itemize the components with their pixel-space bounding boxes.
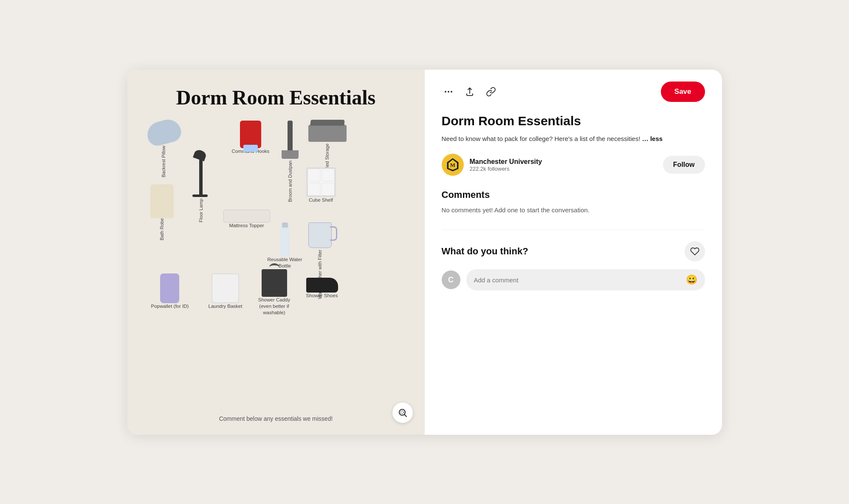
author-followers: 222.2k followers: [470, 166, 657, 172]
list-item: Laundry Basket: [209, 273, 243, 310]
pin-main-title: Dorm Room Essentials: [143, 87, 409, 109]
svg-point-5: [451, 91, 452, 93]
list-item: Broom and Dustpan: [287, 121, 293, 202]
what-think-section: What do you think? C 😀: [442, 241, 705, 290]
pillow-icon: [144, 117, 183, 148]
what-think-row: What do you think?: [442, 241, 705, 262]
robe-icon: [150, 184, 174, 218]
share-button[interactable]: [463, 85, 477, 99]
list-item: Reusable Water Bottle: [266, 227, 304, 269]
mattress-icon: [223, 210, 270, 222]
item-label: Broom and Dustpan: [287, 160, 293, 202]
svg-text:M: M: [450, 162, 455, 168]
svg-line-1: [404, 414, 406, 417]
list-item: Cube Shelf: [306, 167, 336, 203]
laundry-icon: [212, 273, 239, 303]
emoji-button[interactable]: 😀: [686, 274, 697, 285]
main-card: Dorm Room Essentials Backrest Pillow Bat…: [127, 70, 722, 435]
comment-input-wrap: 😀: [466, 269, 705, 290]
author-row: M Manchester University 222.2k followers…: [442, 154, 705, 176]
list-item: Floor Lamp: [198, 150, 204, 222]
cube-shelf-icon: [306, 167, 336, 197]
more-options-button[interactable]: [442, 85, 455, 99]
list-item: Shower Shoes: [306, 278, 338, 299]
item-label: Backrest Pillow: [161, 146, 166, 177]
comment-avatar: C: [442, 270, 460, 289]
shoes-icon: [306, 278, 338, 293]
comments-section: Comments No comments yet! Add one to sta…: [442, 189, 705, 214]
follow-button[interactable]: Follow: [663, 156, 705, 174]
caddy-icon: [262, 269, 287, 297]
author-name[interactable]: Manchester University: [470, 158, 657, 166]
left-panel: Dorm Room Essentials Backrest Pillow Bat…: [127, 70, 425, 435]
comment-input[interactable]: [474, 276, 682, 284]
top-actions: Save: [442, 82, 705, 102]
avatar[interactable]: M: [442, 154, 464, 176]
pin-description: Need to know what to pack for college? H…: [442, 134, 705, 144]
water-bottle-icon: [280, 227, 290, 256]
list-item: Backrest Pillow: [147, 121, 181, 177]
list-item: Mattress Topper: [223, 210, 270, 229]
pitcher-icon: [308, 222, 332, 248]
lamp-icon: [198, 150, 203, 197]
item-label: Shower Caddy (even better if washable): [255, 297, 293, 316]
svg-point-2: [401, 411, 403, 414]
list-item: Bath Robe: [150, 184, 174, 240]
item-label: Mattress Topper: [229, 222, 264, 229]
description-toggle[interactable]: … less: [642, 135, 663, 142]
svg-point-3: [445, 91, 446, 93]
item-label: Popwallet (for ID): [151, 303, 189, 310]
svg-point-4: [448, 91, 449, 93]
command-hooks-icon: [240, 121, 261, 148]
comment-input-row: C 😀: [442, 269, 705, 290]
comments-title: Comments: [442, 189, 705, 200]
broom-icon: [288, 121, 293, 159]
link-button[interactable]: [484, 85, 498, 99]
author-info: Manchester University 222.2k followers: [470, 158, 657, 172]
storage-icon: [308, 125, 347, 142]
item-label: Bath Robe: [159, 218, 165, 240]
heart-button[interactable]: [685, 241, 705, 262]
list-item: Command Hooks: [232, 121, 270, 155]
action-icons: [442, 85, 498, 99]
items-grid: Backrest Pillow Bath Robe Floor Lamp Com…: [143, 116, 409, 408]
popwallet-icon: [160, 273, 179, 303]
list-item: Shower Caddy (even better if washable): [255, 269, 293, 316]
item-label: Floor Lamp: [198, 199, 204, 222]
no-comments-text: No comments yet! Add one to start the co…: [442, 206, 705, 214]
lens-button[interactable]: [392, 403, 413, 423]
what-think-label: What do you think?: [442, 246, 528, 257]
pin-detail-title: Dorm Room Essentials: [442, 114, 705, 128]
item-label: Shower Shoes: [306, 293, 338, 299]
bottom-text: Comment below any essentials we missed!: [143, 415, 409, 422]
divider: [442, 230, 705, 230]
list-item: Popwallet (for ID): [151, 273, 189, 310]
item-label: Laundry Basket: [209, 303, 243, 310]
save-button[interactable]: Save: [661, 82, 705, 102]
right-panel: Save Dorm Room Essentials Need to know w…: [425, 70, 722, 435]
item-label: Cube Shelf: [309, 197, 333, 203]
pin-title-area: Dorm Room Essentials: [143, 87, 409, 109]
